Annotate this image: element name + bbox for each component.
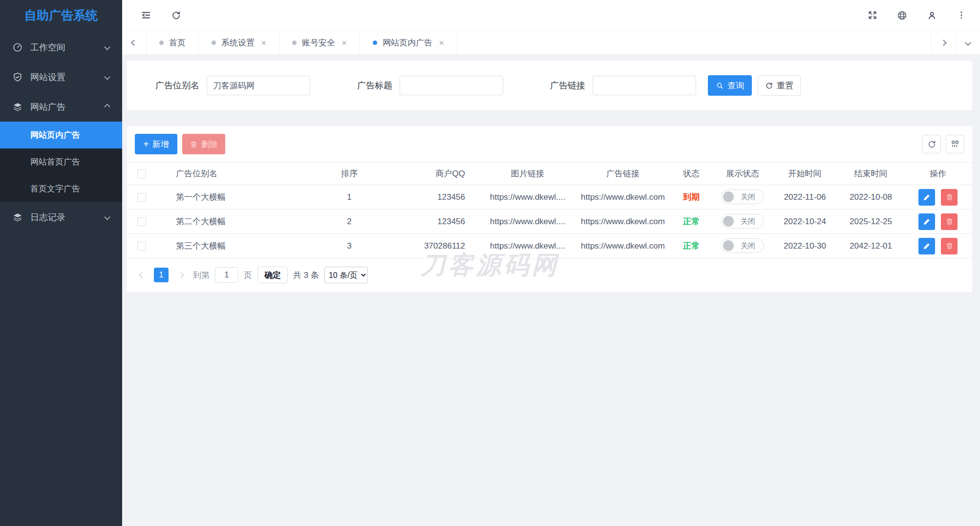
tab-label: 系统设置 (221, 37, 255, 48)
display-state-toggle[interactable]: 关闭 (721, 214, 764, 229)
display-state-toggle[interactable]: 关闭 (721, 238, 764, 253)
chevron-down-icon (104, 44, 110, 50)
delete-button[interactable]: 删除 (182, 134, 225, 154)
cell-ad-slot-name: 第二个大横幅 (156, 210, 303, 234)
menu-fold-icon[interactable] (141, 10, 151, 21)
fullscreen-icon[interactable] (868, 10, 877, 20)
sidebar-item-home-text-ads[interactable]: 首页文字广告 (0, 175, 122, 202)
row-edit-button[interactable] (918, 238, 935, 254)
row-checkbox[interactable] (137, 217, 146, 226)
globe-icon[interactable] (897, 10, 907, 21)
search-field-ad-title: 广告标题 (357, 76, 503, 95)
page-size-select[interactable]: 10 条/页 (324, 267, 368, 283)
sidebar-item-site-ads[interactable]: 网站广告 (0, 92, 122, 122)
sidebar-item-site-settings[interactable]: 网站设置 (0, 62, 122, 92)
cell-ad-link: https://www.dkewl.com (576, 185, 669, 210)
tab-label: 网站页内广告 (383, 37, 432, 48)
sidebar-item-label: 网站广告 (30, 101, 105, 113)
row-delete-button[interactable] (941, 238, 958, 254)
query-button[interactable]: 查询 (708, 75, 752, 96)
tabs-scroll-right-button[interactable] (931, 31, 956, 54)
toggle-label: 关闭 (734, 192, 762, 202)
sidebar-subitem-label: 网站页内广告 (30, 129, 80, 141)
cell-end-time: 2022-10-08 (838, 185, 904, 210)
toggle-label: 关闭 (734, 217, 762, 226)
goto-page-input[interactable] (215, 267, 238, 283)
tabs-menu-button[interactable] (956, 31, 980, 54)
ad-slot-name-input[interactable] (207, 76, 310, 95)
goto-label: 到第 (193, 270, 210, 281)
close-icon[interactable]: × (261, 38, 266, 47)
ad-link-input[interactable] (593, 76, 696, 95)
table-header-row: 广告位别名 排序 商户QQ 图片链接 广告链接 状态 展示状态 开始时间 结束时… (127, 163, 972, 185)
tab-inpage-ads[interactable]: 网站页内广告 × (360, 31, 457, 54)
sidebar-item-label: 日志记录 (30, 211, 105, 223)
toolbar-right (922, 135, 964, 153)
reset-button[interactable]: 重置 (758, 75, 801, 96)
tabs-scroll-left-button[interactable] (122, 31, 147, 54)
cell-start-time: 2022-11-06 (772, 185, 838, 210)
cell-sort: 2 (303, 210, 396, 234)
tab-account-security[interactable]: 账号安全 × (279, 31, 360, 54)
add-button[interactable]: + 新增 (135, 134, 177, 154)
sidebar-item-inpage-ads[interactable]: 网站页内广告 (0, 122, 122, 148)
row-edit-button[interactable] (918, 213, 935, 230)
column-settings-button[interactable] (946, 135, 964, 153)
ad-title-input[interactable] (400, 76, 503, 95)
cell-ad-slot-name: 第三个大横幅 (156, 234, 303, 258)
shield-check-icon (12, 71, 23, 83)
app-title: 自助广告系统 (0, 0, 122, 30)
select-all-checkbox[interactable] (137, 169, 146, 178)
refresh-icon[interactable] (171, 10, 181, 21)
user-icon[interactable] (927, 10, 937, 21)
topbar (122, 0, 980, 30)
page: 自助广告系统 工作空间 网站设置 网站广告 (0, 0, 980, 526)
prev-page-button[interactable] (135, 268, 149, 282)
reset-icon (765, 82, 773, 90)
cell-sort: 3 (303, 234, 396, 258)
row-edit-button[interactable] (918, 189, 935, 206)
field-label: 广告链接 (550, 80, 585, 91)
toggle-label: 关闭 (734, 241, 762, 251)
layers-icon (12, 211, 23, 223)
search-field-ad-link: 广告链接 (550, 76, 696, 95)
row-checkbox[interactable] (137, 193, 146, 202)
close-icon[interactable]: × (341, 38, 347, 47)
sidebar-item-label: 工作空间 (30, 42, 105, 53)
goto-confirm-button[interactable]: 确定 (257, 267, 288, 283)
row-checkbox[interactable] (137, 242, 146, 251)
row-delete-button[interactable] (941, 189, 958, 206)
total-count-label: 共 3 条 (293, 270, 319, 281)
sidebar-item-workspace[interactable]: 工作空间 (0, 32, 122, 62)
sidebar: 自助广告系统 工作空间 网站设置 网站广告 (0, 0, 122, 526)
tab-system-settings[interactable]: 系统设置 × (199, 31, 279, 54)
layers-icon (12, 101, 23, 113)
tab-home[interactable]: 首页 (147, 31, 199, 54)
tab-dot (212, 41, 216, 45)
cell-merchant-qq: 123456 (396, 185, 479, 210)
kebab-menu-icon[interactable] (957, 10, 966, 20)
toggle-knob (723, 191, 734, 202)
close-icon[interactable]: × (439, 38, 444, 47)
cell-merchant-qq: 370286112 (396, 234, 479, 258)
cell-end-time: 2025-12-25 (838, 210, 904, 234)
tab-label: 首页 (169, 37, 186, 48)
page-number-button[interactable]: 1 (154, 268, 169, 282)
chevron-down-icon (104, 74, 110, 80)
column-header: 广告位别名 (156, 163, 303, 185)
tab-dot (292, 41, 297, 45)
tab-label: 账号安全 (302, 37, 335, 48)
content: 广告位别名 广告标题 广告链接 查询 (122, 54, 980, 526)
table-refresh-button[interactable] (922, 135, 941, 153)
chevron-up-icon (104, 104, 110, 110)
row-delete-button[interactable] (941, 213, 958, 230)
table-row: 第二个大横幅 2 123456 https://www.dkewl.... ht… (127, 210, 972, 234)
sidebar-item-homepage-ads[interactable]: 网站首页广告 (0, 148, 122, 175)
column-header: 排序 (303, 163, 396, 185)
next-page-button[interactable] (174, 268, 188, 282)
column-header: 操作 (904, 163, 972, 185)
display-state-toggle[interactable]: 关闭 (721, 189, 764, 204)
status-badge: 正常 (683, 217, 700, 226)
sidebar-item-logs[interactable]: 日志记录 (0, 202, 122, 232)
cell-image-link: https://www.dkewl.... (479, 185, 576, 210)
